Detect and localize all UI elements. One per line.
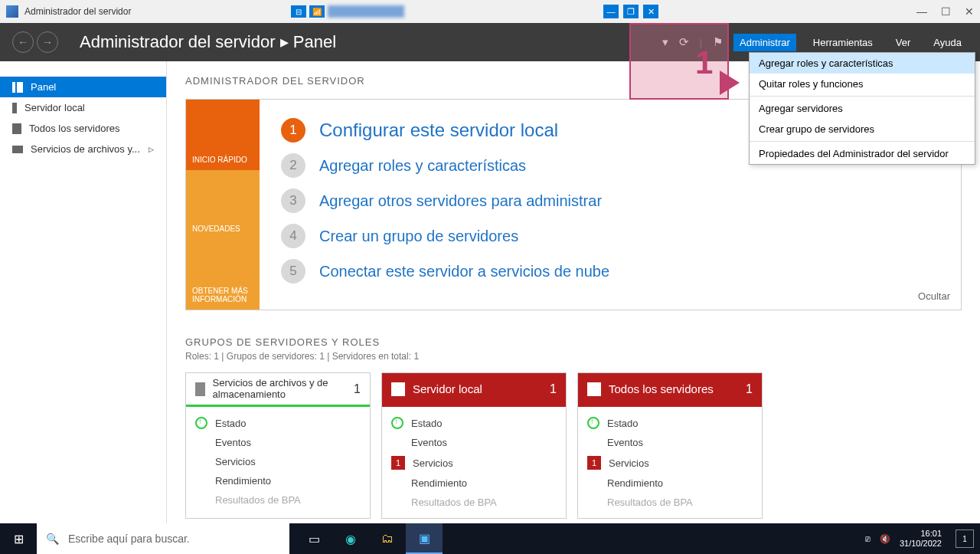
signal-icon[interactable]: 📶 bbox=[309, 5, 325, 18]
dd-agregar-roles[interactable]: Agregar roles y características bbox=[750, 53, 975, 74]
chevron-right-icon: ▷ bbox=[149, 146, 154, 153]
titlebar: Administrador del servidor ⊟ 📶 — ❐ ✕ — ☐… bbox=[0, 0, 980, 23]
outer-maximize-button[interactable]: ☐ bbox=[941, 5, 951, 18]
step-link-configure[interactable]: Configurar este servidor local bbox=[319, 120, 558, 141]
dd-crear-grupo[interactable]: Crear grupo de servidores bbox=[750, 119, 975, 139]
step-5: 5 Conectar este servidor a servicios de … bbox=[281, 259, 939, 284]
outer-minimize-button[interactable]: — bbox=[916, 5, 927, 18]
blurred-hostname bbox=[328, 5, 404, 18]
tile-title: Todos los servidores bbox=[609, 382, 714, 395]
tile-row-servicios[interactable]: 1Servicios bbox=[587, 452, 753, 474]
tile-row-eventos[interactable]: Eventos bbox=[195, 433, 361, 452]
breadcrumb: Administrador del servidor ▸ Panel bbox=[80, 32, 336, 52]
dd-separator bbox=[750, 96, 975, 97]
menu-ayuda[interactable]: Ayuda bbox=[927, 34, 968, 51]
volume-icon[interactable]: 🔇 bbox=[880, 534, 890, 544]
sidebar-item-panel[interactable]: Panel bbox=[0, 77, 166, 97]
tab-whats-new[interactable]: NOVEDADES bbox=[186, 170, 260, 239]
start-button[interactable]: ⊞ bbox=[0, 523, 37, 554]
tile-row-bpa[interactable]: Resultados de BPA bbox=[391, 493, 557, 512]
tile-row-servicios[interactable]: Servicios bbox=[195, 452, 361, 471]
servers-icon bbox=[12, 123, 21, 134]
sidebar-item-label: Todos los servidores bbox=[29, 123, 120, 134]
alert-badge: 1 bbox=[391, 456, 405, 470]
tile-row-rendimiento[interactable]: Rendimiento bbox=[195, 471, 361, 490]
dd-propiedades[interactable]: Propiedades del Administrador del servid… bbox=[750, 143, 975, 164]
dd-agregar-servidores[interactable]: Agregar servidores bbox=[750, 98, 975, 119]
sidebar: Panel Servidor local Todos los servidore… bbox=[0, 61, 167, 523]
status-ok-icon bbox=[391, 417, 403, 429]
tray-icon[interactable]: ⎚ bbox=[865, 534, 871, 543]
dd-quitar-roles[interactable]: Quitar roles y funciones bbox=[750, 74, 975, 94]
back-button[interactable]: ← bbox=[12, 31, 34, 53]
tile-all-servers[interactable]: Todos los servidores 1 Estado Eventos 1S… bbox=[577, 372, 763, 519]
tile-count: 1 bbox=[746, 382, 753, 396]
tile-row-rendimiento[interactable]: Rendimiento bbox=[391, 474, 557, 493]
step-link-add-servers[interactable]: Agregar otros servidores para administra… bbox=[319, 192, 602, 210]
tile-row-servicios[interactable]: 1Servicios bbox=[391, 452, 557, 474]
alert-badge: 1 bbox=[587, 456, 601, 470]
annotation-number: 1 bbox=[695, 44, 713, 81]
sidebar-item-all-servers[interactable]: Todos los servidores bbox=[0, 118, 166, 139]
step-number: 5 bbox=[281, 259, 305, 284]
inner-window-controls: — ❐ ✕ bbox=[603, 5, 658, 18]
welcome-tabs: INICIO RÁPIDO NOVEDADES OBTENER MÁS INFO… bbox=[186, 100, 260, 310]
server-icon bbox=[391, 382, 405, 396]
tile-row-eventos[interactable]: Eventos bbox=[587, 433, 753, 452]
step-number: 3 bbox=[281, 188, 305, 213]
sidebar-item-label: Servidor local bbox=[24, 102, 85, 113]
step-link-create-group[interactable]: Crear un grupo de servidores bbox=[319, 228, 518, 245]
taskview-icon[interactable]: ▭ bbox=[296, 523, 332, 554]
menu-administrar[interactable]: Administrar bbox=[733, 34, 796, 51]
tile-row-estado[interactable]: Estado bbox=[587, 413, 753, 433]
step-number: 4 bbox=[281, 224, 305, 248]
sidebar-item-file-services[interactable]: Servicios de archivos y... ▷ bbox=[0, 139, 166, 159]
tile-row-rendimiento[interactable]: Rendimiento bbox=[587, 474, 753, 493]
tab-quick-start[interactable]: INICIO RÁPIDO bbox=[186, 100, 260, 170]
servers-icon bbox=[587, 382, 601, 396]
step-number: 1 bbox=[281, 118, 305, 143]
notifications-button[interactable]: 1 bbox=[956, 529, 974, 548]
taskbar-apps: ▭ ◉ 🗂 ▣ bbox=[296, 523, 443, 554]
taskbar: ⊞ 🔍 Escribe aquí para buscar. ▭ ◉ 🗂 ▣ ⎚ … bbox=[0, 523, 980, 554]
tile-row-bpa[interactable]: Resultados de BPA bbox=[587, 493, 753, 512]
tile-file-services[interactable]: Servicios de archivos y de almacenamient… bbox=[185, 372, 371, 519]
tile-row-eventos[interactable]: Eventos bbox=[391, 433, 557, 452]
outer-close-button[interactable]: ✕ bbox=[965, 5, 974, 18]
tile-header: Todos los servidores 1 bbox=[578, 373, 762, 407]
tile-title: Servidor local bbox=[413, 382, 482, 395]
hide-link[interactable]: Ocultar bbox=[918, 290, 950, 302]
sidebar-item-local-server[interactable]: Servidor local bbox=[0, 97, 166, 118]
tile-row-estado[interactable]: Estado bbox=[391, 413, 557, 433]
tile-row-bpa[interactable]: Resultados de BPA bbox=[195, 490, 361, 510]
pin-icon[interactable]: ⊟ bbox=[291, 5, 306, 18]
tile-local-server[interactable]: Servidor local 1 Estado Eventos 1Servici… bbox=[381, 372, 567, 519]
tab-learn-more[interactable]: OBTENER MÁS INFORMACIÓN bbox=[186, 239, 260, 310]
tile-count: 1 bbox=[550, 382, 557, 396]
tile-body: Estado Eventos Servicios Rendimiento Res… bbox=[186, 407, 370, 516]
date: 31/10/2022 bbox=[900, 539, 942, 549]
server-manager-icon[interactable]: ▣ bbox=[406, 523, 443, 554]
app-icon bbox=[6, 5, 18, 18]
edge-icon[interactable]: ◉ bbox=[332, 523, 369, 554]
search-box[interactable]: 🔍 Escribe aquí para buscar. bbox=[37, 523, 289, 554]
inner-minimize-button[interactable]: — bbox=[603, 5, 619, 18]
tile-row-estado[interactable]: Estado bbox=[195, 413, 361, 433]
tile-body: Estado Eventos 1Servicios Rendimiento Re… bbox=[382, 407, 566, 518]
annotation-highlight bbox=[629, 23, 729, 100]
forward-button[interactable]: → bbox=[37, 31, 58, 53]
sidebar-item-label: Panel bbox=[31, 81, 56, 93]
menu-herramientas[interactable]: Herramientas bbox=[807, 34, 879, 51]
search-icon: 🔍 bbox=[46, 533, 59, 545]
inner-maximize-button[interactable]: ❐ bbox=[623, 5, 639, 18]
clock[interactable]: 16:01 31/10/2022 bbox=[900, 529, 942, 549]
menu-ver[interactable]: Ver bbox=[890, 34, 917, 51]
step-link-connect-cloud[interactable]: Conectar este servidor a servicios de nu… bbox=[319, 263, 609, 280]
file-storage-icon bbox=[195, 382, 205, 396]
explorer-icon[interactable]: 🗂 bbox=[369, 523, 406, 554]
inner-close-button[interactable]: ✕ bbox=[643, 5, 658, 18]
system-tray: ⎚ 🔇 16:01 31/10/2022 1 bbox=[865, 529, 980, 549]
dashboard-icon bbox=[12, 82, 23, 93]
step-link-add-roles[interactable]: Agregar roles y características bbox=[319, 157, 526, 175]
administrar-dropdown: Agregar roles y características Quitar r… bbox=[749, 52, 975, 165]
